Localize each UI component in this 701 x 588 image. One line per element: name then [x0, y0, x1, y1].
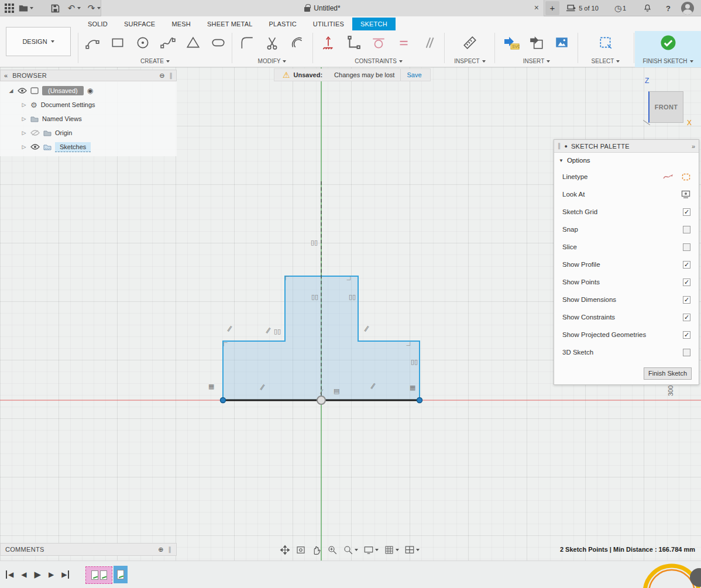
tab-solid[interactable]: SOLID — [80, 18, 116, 30]
browser-panel-header[interactable]: « BROWSER ⊖ ∥ — [0, 70, 177, 81]
file-menu-icon[interactable] — [18, 2, 29, 14]
zoom-window-icon[interactable] — [327, 545, 338, 555]
tab-utilities[interactable]: UTILITIES — [305, 18, 352, 30]
linetype-spline-icon[interactable] — [663, 173, 673, 180]
play-icon[interactable]: ▶ — [34, 569, 41, 580]
3d-sketch-checkbox[interactable]: ✓ — [683, 349, 690, 356]
redo-icon[interactable]: ↷ — [85, 2, 97, 14]
finish-sketch-dropdown[interactable]: FINISH SKETCH — [642, 58, 693, 66]
tangent-constraint-icon[interactable] — [366, 31, 391, 54]
save-icon[interactable] — [49, 2, 61, 14]
tree-row-root[interactable]: ◢ (Unsaved) ◉ — [0, 84, 177, 98]
sketch-point-right[interactable] — [417, 398, 422, 403]
sketch-point-left[interactable] — [221, 398, 226, 403]
zoom-icon[interactable] — [343, 545, 358, 555]
grid-settings-icon[interactable] — [384, 545, 399, 555]
close-document-icon[interactable]: × — [534, 3, 539, 12]
comments-panel-header[interactable]: COMMENTS ⊕ ∥ — [0, 543, 177, 556]
fix-constraint-icon[interactable]: ▦ — [410, 384, 415, 391]
view-cube[interactable]: Z FRONT X — [641, 72, 700, 130]
tree-collapsed-icon[interactable]: ▷ — [21, 102, 27, 108]
help-icon[interactable]: ? — [662, 2, 674, 14]
visibility-off-eye-icon[interactable] — [30, 130, 40, 136]
palette-grip-icon[interactable]: ∥ — [558, 142, 561, 150]
tree-label[interactable]: Origin — [55, 129, 72, 136]
root-document-label[interactable]: (Unsaved) — [42, 86, 84, 95]
view-cube-front-face[interactable]: FRONT — [648, 91, 683, 123]
slot-tool-icon[interactable] — [205, 31, 231, 54]
show-profile-checkbox[interactable]: ✓ — [683, 261, 690, 269]
spline-tool-icon[interactable] — [155, 31, 180, 54]
perpendicular-constraint-icon[interactable]: ∟ — [222, 341, 229, 348]
fillet-tool-icon[interactable] — [235, 31, 260, 54]
design-workspace-dropdown[interactable]: DESIGN — [6, 27, 71, 56]
timeline-sketch-feature-icon[interactable] — [91, 570, 98, 580]
perpendicular-constraint-icon[interactable]: ∟ — [345, 275, 352, 281]
skip-to-end-icon[interactable]: ▶ — [61, 570, 69, 579]
polygon-tool-icon[interactable] — [180, 31, 205, 54]
show-points-checkbox[interactable]: ✓ — [683, 278, 690, 286]
timeline-sketch-feature-icon[interactable] — [117, 570, 124, 579]
tree-label[interactable]: Named Views — [42, 115, 82, 122]
constraints-dropdown[interactable]: CONSTRAINTS — [355, 58, 403, 66]
line-tool-icon[interactable] — [80, 31, 105, 54]
slice-checkbox[interactable]: ✓ — [683, 243, 690, 251]
snap-checkbox[interactable]: ✓ — [683, 226, 690, 233]
dimension-glyph-icon[interactable]: ▤ — [334, 388, 339, 394]
tree-collapsed-icon[interactable]: ▷ — [21, 116, 27, 122]
select-tool-icon[interactable] — [593, 31, 618, 54]
tab-plastic[interactable]: PLASTIC — [261, 18, 305, 30]
perpendicular-constraint-icon[interactable]: ∟ — [284, 275, 291, 281]
sketch-palette-header[interactable]: ∥ ● SKETCH PALETTE » — [554, 140, 699, 153]
create-dropdown[interactable]: CREATE — [140, 58, 170, 66]
tab-sketch[interactable]: SKETCH — [352, 18, 396, 30]
pan-hand-icon[interactable] — [311, 545, 322, 555]
origin-point[interactable] — [317, 396, 325, 404]
look-at-icon[interactable] — [681, 190, 690, 198]
fix-constraint-icon[interactable]: ▦ — [208, 383, 214, 390]
visibility-eye-icon[interactable] — [30, 144, 40, 150]
tree-expanded-icon[interactable]: ◢ — [8, 88, 14, 94]
add-comment-icon[interactable]: ⊕ — [158, 546, 163, 553]
timeline-sketch-feature-icon[interactable] — [100, 570, 107, 580]
comments-grip-icon[interactable]: ∥ — [169, 546, 172, 553]
tree-label[interactable]: Document Settings — [41, 101, 95, 108]
browser-grip-icon[interactable]: ∥ — [170, 72, 173, 80]
circle-tool-icon[interactable] — [130, 31, 155, 54]
palette-expand-icon[interactable]: » — [692, 143, 695, 150]
tab-sheet-metal[interactable]: SHEET METAL — [199, 18, 261, 30]
rectangle-tool-icon[interactable] — [105, 31, 130, 54]
timeline-active-sketch[interactable] — [114, 566, 128, 583]
options-section-header[interactable]: ▼ Options — [554, 153, 699, 168]
parallel-constraint-icon[interactable] — [417, 31, 442, 54]
browser-collapse-icon[interactable]: « — [4, 72, 8, 79]
midpoint-constraint-icon[interactable]: ▯▯ — [311, 239, 318, 246]
tree-collapsed-icon[interactable]: ▷ — [21, 144, 27, 150]
tree-collapsed-icon[interactable]: ▷ — [21, 130, 27, 136]
show-projected-geometries-checkbox[interactable]: ✓ — [683, 331, 690, 339]
sketch-dimension-icon[interactable] — [316, 31, 341, 54]
tree-row-sketches[interactable]: ▷ Sketches — [0, 140, 177, 154]
midpoint-constraint-icon[interactable]: ▯▯ — [349, 294, 356, 300]
inspect-dropdown[interactable]: INSPECT — [454, 58, 485, 66]
tab-mesh[interactable]: MESH — [163, 18, 199, 30]
browser-collapse-all-icon[interactable]: ⊖ — [159, 72, 164, 80]
midpoint-constraint-icon[interactable]: ▯▯ — [274, 328, 281, 335]
measure-tool-icon[interactable] — [458, 31, 483, 54]
sketch-grid-checkbox[interactable]: ✓ — [683, 208, 690, 216]
tab-surface[interactable]: SURFACE — [116, 18, 163, 30]
pan-icon[interactable] — [280, 545, 290, 555]
show-dimensions-checkbox[interactable]: ✓ — [683, 296, 690, 304]
tree-label-active[interactable]: Sketches — [55, 142, 91, 152]
user-avatar[interactable] — [681, 2, 694, 15]
skip-to-start-icon[interactable]: ◀ — [6, 570, 13, 579]
equal-constraint-icon[interactable] — [391, 31, 417, 54]
linetype-construction-icon[interactable] — [682, 173, 690, 181]
trim-tool-icon[interactable] — [260, 31, 285, 54]
midpoint-constraint-icon[interactable]: ▯▯ — [311, 294, 318, 300]
notifications-bell-icon[interactable] — [641, 2, 653, 14]
insert-mesh-icon[interactable] — [524, 31, 549, 54]
app-grid-icon[interactable] — [4, 2, 15, 14]
new-tab-button[interactable]: + — [545, 1, 559, 15]
tree-row-document-settings[interactable]: ▷ ⚙ Document Settings — [0, 98, 177, 112]
